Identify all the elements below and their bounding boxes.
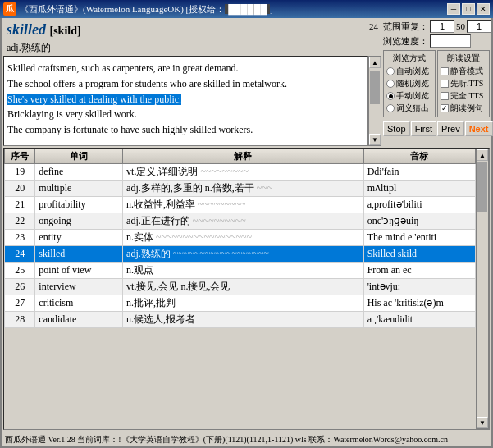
cell-num: 22	[5, 213, 35, 230]
tts-example-label: 朗读例句	[450, 103, 483, 114]
range-end-input[interactable]	[467, 20, 491, 33]
example-4: Bricklaying is very skilled work.	[7, 107, 364, 121]
mode-manual-label: 手动浏览	[396, 90, 429, 102]
prev-button[interactable]: Prev	[437, 121, 464, 136]
example-3: She's very skilled at dealing with the p…	[7, 93, 364, 107]
status-text: 西瓜外语通 Ver.1.28 当前词库：!《大学英语自学教程》(下册)(1121…	[5, 434, 448, 446]
tts-mute-check[interactable]	[441, 67, 449, 75]
table-row[interactable]: 21 profitability n.收益性,利益率 ~~~~~~~~~ a,p…	[5, 197, 476, 213]
tts-example-check[interactable]	[441, 104, 449, 112]
cell-meaning: n.批评,批判	[123, 295, 364, 312]
mode-guess-radio[interactable]	[386, 104, 395, 112]
cell-meaning: n.观点	[123, 263, 364, 279]
table-scroll-up[interactable]: ▲	[477, 149, 488, 161]
table-scroll-down[interactable]: ▼	[477, 417, 488, 428]
range-sep: 50	[456, 21, 465, 31]
table-row[interactable]: 20 multiple adj.多样的,多重的 n.倍数,若干 ~~~ mʌlt…	[5, 181, 476, 197]
cell-meaning: n.候选人,报考者	[123, 312, 364, 328]
stop-button[interactable]: Stop	[383, 121, 410, 136]
table-row[interactable]: 26 interview vt.接见,会见 n.接见,会见 'intəvju:	[5, 279, 476, 295]
example-1: Skilled craftsmen, such as carpenters, a…	[7, 62, 364, 75]
mode-random[interactable]: 随机浏览	[386, 78, 432, 89]
cell-phonetic: His ac 'kritisiz(ə)m	[363, 295, 475, 312]
table-row[interactable]: 19 define vt.定义,详细说明 ~~~~~~~~~ Ddi'fain	[5, 164, 476, 181]
tts-example[interactable]: 朗读例句	[441, 103, 486, 114]
table-row[interactable]: 23 entity n.实体 ~~~~~~~~~~~~~~~~~~ The mi…	[5, 230, 476, 246]
table-row[interactable]: 28 candidate n.候选人,报考者 a ˌ'kændidit	[5, 312, 476, 328]
word-header: skilled [skild]	[3, 20, 366, 40]
tts-mute[interactable]: 静音模式	[441, 66, 486, 77]
cell-meaning: adj.多样的,多重的 n.倍数,若干 ~~~	[123, 181, 364, 197]
cell-num: 24	[5, 246, 35, 263]
table-row[interactable]: 27 criticism n.批评,批判 His ac 'kritisiz(ə)…	[5, 295, 476, 312]
mode-manual[interactable]: 手动浏览	[386, 90, 432, 102]
mode-manual-radio[interactable]	[386, 92, 395, 100]
table-scrollbar[interactable]: ▲ ▼	[476, 149, 489, 429]
phonetic: [skild]	[50, 25, 81, 37]
range-label: 范围重复：	[383, 21, 428, 33]
table-body: 19 define vt.定义,详细说明 ~~~~~~~~~ Ddi'fain …	[5, 164, 476, 328]
cell-phonetic: From an ec	[363, 263, 475, 279]
top-section: skilled [skild] adj.熟练的 24 Skilled craft…	[2, 18, 491, 148]
maximize-button[interactable]: □	[462, 3, 475, 15]
tts-full-label: 完全.TTS	[450, 90, 483, 102]
tts-listen-check[interactable]	[441, 80, 449, 88]
cell-meaning: vt.定义,详细说明 ~~~~~~~~~	[123, 164, 364, 181]
browse-mode-title: 浏览方式	[386, 53, 432, 64]
speed-row: 浏览速度：	[383, 34, 490, 48]
mode-auto[interactable]: 自动浏览	[386, 66, 432, 77]
col-num: 序号	[5, 149, 35, 164]
mode-guess-label: 词义猜出	[396, 103, 429, 114]
cell-meaning: n.收益性,利益率 ~~~~~~~~~	[123, 197, 364, 213]
mode-guess[interactable]: 词义猜出	[386, 103, 432, 114]
speed-input[interactable]	[430, 34, 471, 48]
minimize-button[interactable]: ─	[447, 3, 460, 15]
cell-meaning: adj.正在进行的 ~~~~~~~~~~	[123, 213, 364, 230]
page-number: 24	[366, 20, 381, 56]
first-button[interactable]: First	[411, 121, 436, 136]
right-panel: 范围重复： 50 浏览速度： 浏览方式 自动浏览	[383, 20, 490, 146]
cell-phonetic: onc'ɔŋɡəuiŋ	[363, 213, 475, 230]
scroll-down-button[interactable]: ▼	[369, 134, 381, 145]
cell-phonetic: a,profitə'biliti	[363, 197, 475, 213]
tts-listen-label: 先听.TTS	[450, 78, 483, 89]
table-row[interactable]: 25 point of view n.观点 From an ec	[5, 263, 476, 279]
mode-auto-radio[interactable]	[386, 67, 395, 75]
word-table-section: 序号 单词 解释 音标 19 define vt.定义,详细说明 ~~~~~~~…	[3, 148, 490, 430]
word-pos: adj.熟练的	[3, 40, 366, 56]
mode-auto-label: 自动浏览	[396, 66, 429, 77]
mode-random-radio[interactable]	[386, 80, 395, 88]
cell-phonetic: a ˌ'kændidit	[363, 312, 475, 328]
cell-meaning-selected: adj.熟练的 ~~~~~~~~~~~~~~~~~~	[123, 246, 364, 263]
cell-num: 28	[5, 312, 35, 328]
cell-meaning: vt.接见,会见 n.接见,会见	[123, 279, 364, 295]
cell-word: point of view	[35, 263, 123, 279]
table-row-selected[interactable]: 24 skilled adj.熟练的 ~~~~~~~~~~~~~~~~~~ Sk…	[5, 246, 476, 263]
tts-full[interactable]: 完全.TTS	[441, 90, 486, 102]
tts-group: 朗读设置 静音模式 先听.TTS 完全.TTS	[437, 50, 490, 117]
cell-word: interview	[35, 279, 123, 295]
nav-buttons: Stop First Prev Next Last	[383, 121, 490, 136]
word-area: skilled [skild] adj.熟练的 24 Skilled craft…	[3, 20, 381, 146]
table-scroll-thumb[interactable]	[477, 162, 487, 212]
cell-num: 27	[5, 295, 35, 312]
next-button[interactable]: Next	[465, 121, 493, 136]
scroll-thumb[interactable]	[370, 71, 380, 104]
cell-phonetic: The mind e 'entiti	[363, 230, 475, 246]
cell-phonetic: mʌltipl	[363, 181, 475, 197]
statusbar: 西瓜外语通 Ver.1.28 当前词库：!《大学英语自学教程》(下册)(1121…	[2, 432, 491, 446]
range-start-input[interactable]	[430, 20, 454, 33]
table-row[interactable]: 22 ongoing adj.正在进行的 ~~~~~~~~~~ onc'ɔŋɡə…	[5, 213, 476, 230]
cell-num: 26	[5, 279, 35, 295]
window-title: 《西瓜外语通》(Watermelon LanguageOK) [授权给：████…	[20, 3, 447, 16]
cell-word: criticism	[35, 295, 123, 312]
tts-full-check[interactable]	[441, 92, 449, 100]
app-icon: 瓜	[3, 2, 16, 16]
scroll-up-button[interactable]: ▲	[369, 57, 381, 68]
main-window: skilled [skild] adj.熟练的 24 Skilled craft…	[0, 18, 493, 448]
table-header: 序号 单词 解释 音标	[5, 149, 476, 164]
cell-word-selected: skilled	[35, 246, 123, 263]
close-button[interactable]: ✕	[477, 3, 490, 15]
content-scrollbar[interactable]: ▲ ▼	[368, 56, 381, 146]
tts-listen[interactable]: 先听.TTS	[441, 78, 486, 89]
